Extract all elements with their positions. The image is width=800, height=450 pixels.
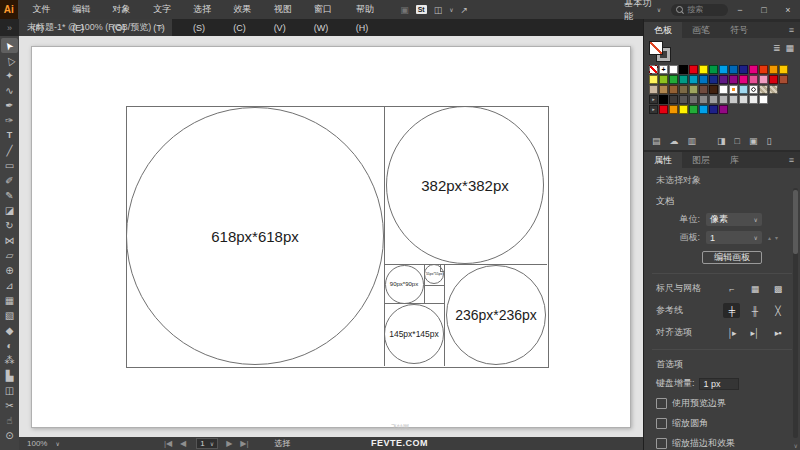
circle-145[interactable]: 145px*145px [384, 304, 444, 364]
fill-stroke-proxy[interactable] [649, 41, 671, 62]
grid-icon[interactable]: ▦ [746, 281, 763, 296]
swatch[interactable] [709, 105, 718, 114]
swatch[interactable] [749, 95, 758, 104]
search-input[interactable]: 搜索 [671, 4, 728, 16]
line-segment-tool[interactable]: ╱ [1, 143, 18, 158]
swatch-ring[interactable] [749, 85, 758, 94]
pencil-tool[interactable]: ✎ [1, 188, 18, 203]
swatch[interactable] [779, 75, 788, 84]
first-artboard-button[interactable]: |◀ [164, 439, 172, 448]
free-transform-tool[interactable]: ▱ [1, 248, 18, 263]
swatch[interactable] [709, 95, 718, 104]
tab-swatches-1[interactable]: 画笔 [682, 22, 720, 38]
color-themes-icon[interactable]: ☁ [670, 136, 679, 146]
swatch[interactable] [719, 75, 728, 84]
swatch[interactable] [659, 95, 668, 104]
swatch[interactable] [769, 65, 778, 74]
rectangle-tool[interactable]: ▭ [1, 158, 18, 173]
window-restore-button[interactable]: □ [752, 0, 776, 19]
tab-properties-1[interactable]: 图层 [682, 152, 720, 168]
adobe-stock-icon[interactable]: St [416, 5, 427, 14]
swatch[interactable] [689, 75, 698, 84]
lock-guides-icon[interactable]: ╫ [746, 303, 763, 318]
swatch-none[interactable] [649, 65, 658, 74]
snap-to-point-icon[interactable]: ▸│ [746, 325, 763, 340]
swatch-dot[interactable] [729, 85, 738, 94]
swatch[interactable] [749, 75, 758, 84]
hand-tool[interactable]: ☝ [1, 413, 18, 428]
curvature-tool[interactable]: ✑ [1, 113, 18, 128]
artboard-tool[interactable]: ◫ [1, 383, 18, 398]
swatch-pat[interactable] [769, 85, 778, 94]
panel-menu-icon[interactable]: ≡ [783, 152, 800, 168]
menubar-item-0[interactable]: 文件(F) [24, 0, 64, 19]
menubar-item-5[interactable]: 效果(C) [224, 0, 264, 19]
zoom-level[interactable]: 100% [27, 439, 47, 448]
blend-tool[interactable]: ◐ [1, 338, 18, 353]
swatch[interactable] [729, 75, 738, 84]
eraser-tool[interactable]: ◪ [1, 203, 18, 218]
pen-tool[interactable]: ✒ [1, 98, 18, 113]
circle-236[interactable]: 236px*236px [446, 265, 546, 365]
mesh-tool[interactable]: ▦ [1, 293, 18, 308]
workspace-switcher[interactable]: 基本功能 ∨ [624, 0, 661, 23]
last-artboard-button[interactable]: ▶| [240, 439, 248, 448]
rulers-icon[interactable]: ⌐ [723, 281, 740, 296]
circle-382[interactable]: 382px*382px [386, 106, 544, 264]
gradient-tool[interactable]: ▧ [1, 308, 18, 323]
keyboard-increment-input[interactable]: 1 px [699, 378, 739, 390]
swatch[interactable] [669, 105, 678, 114]
rotate-tool[interactable]: ↻ [1, 218, 18, 233]
swatch[interactable] [759, 95, 768, 104]
scrollbar[interactable] [793, 188, 798, 438]
artboard-up-icon[interactable]: ▴ [768, 234, 771, 241]
swatch[interactable] [709, 75, 718, 84]
tab-swatches-0[interactable]: 色板 [644, 22, 682, 38]
edit-artboard-button[interactable]: 编辑画板 [702, 251, 762, 264]
menubar-item-2[interactable]: 对象(O) [103, 0, 144, 19]
eyedropper-tool[interactable]: ◆ [1, 323, 18, 338]
swatch-options-icon[interactable]: ◨ [717, 136, 726, 146]
swatch[interactable] [739, 65, 748, 74]
perspective-grid-tool[interactable]: ⊿ [1, 278, 18, 293]
tab-properties-2[interactable]: 库 [720, 152, 749, 168]
artboard-down-icon[interactable]: ▾ [775, 234, 778, 241]
circle-618[interactable]: 618px*618px [126, 107, 384, 365]
artboard-number-field[interactable]: 1 ∨ [196, 438, 218, 449]
swatch-kinds-icon[interactable]: ▥ [688, 136, 697, 146]
new-swatch-icon[interactable]: ▣ [749, 136, 758, 146]
swatch[interactable] [669, 85, 678, 94]
artboard-dropdown[interactable]: 1 ∨ [706, 231, 762, 244]
zoom-caret-icon[interactable]: ∨ [55, 440, 59, 447]
arrange-documents-icon[interactable]: ▣ [400, 5, 409, 15]
checkbox-0[interactable] [656, 398, 667, 409]
paintbrush-tool[interactable]: ✐ [1, 173, 18, 188]
swatch[interactable] [669, 75, 678, 84]
magic-wand-tool[interactable]: ✦ [1, 68, 18, 83]
delete-swatch-icon[interactable]: ▯ [767, 136, 772, 146]
swatch[interactable] [669, 95, 678, 104]
swatch[interactable] [699, 65, 708, 74]
swatch[interactable] [679, 105, 688, 114]
swatch[interactable] [739, 75, 748, 84]
swatch[interactable] [679, 95, 688, 104]
menubar-item-1[interactable]: 编辑(E) [63, 0, 103, 19]
transparency-grid-icon[interactable]: ▩ [769, 281, 786, 296]
swatch[interactable] [679, 85, 688, 94]
scroll-down-icon[interactable]: ∨ [794, 442, 798, 449]
column-graph-tool[interactable]: ▙ [1, 368, 18, 383]
width-tool[interactable]: ⋈ [1, 233, 18, 248]
tab-properties-0[interactable]: 属性 [644, 152, 682, 168]
next-artboard-button[interactable]: ▶ [226, 439, 232, 448]
checkbox-1[interactable] [656, 418, 667, 429]
layout-caret-icon[interactable]: ∨ [449, 6, 453, 13]
menubar-item-4[interactable]: 选择(S) [184, 0, 224, 19]
list-view-icon[interactable]: ≣ [773, 43, 781, 53]
shape-builder-tool[interactable]: ⊕ [1, 263, 18, 278]
slice-tool[interactable]: ✂ [1, 398, 18, 413]
swatch[interactable] [759, 65, 768, 74]
menubar-item-6[interactable]: 视图(V) [265, 0, 305, 19]
direct-selection-tool[interactable]: ▷ [1, 53, 18, 68]
smart-guides-icon[interactable]: ╳ [769, 303, 786, 318]
swatch[interactable] [659, 105, 668, 114]
